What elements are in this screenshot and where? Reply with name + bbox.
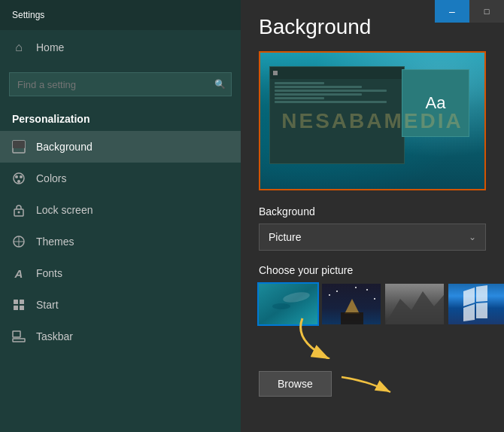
- picture-thumb-2[interactable]: [322, 284, 381, 324]
- picture-thumb-4[interactable]: [448, 284, 504, 324]
- svg-rect-29: [341, 312, 363, 324]
- aa-text: Aa: [426, 93, 446, 113]
- svg-point-21: [272, 303, 290, 309]
- browse-arrow-annotation: [338, 373, 398, 396]
- themes-icon: [12, 235, 26, 248]
- svg-point-27: [329, 294, 330, 296]
- svg-point-25: [366, 289, 368, 291]
- browse-button[interactable]: Browse: [259, 371, 332, 397]
- window-preview-lines: [270, 79, 404, 106]
- window-preview-titlebar: [270, 67, 404, 79]
- home-label: Home: [36, 41, 64, 53]
- svg-marker-34: [476, 285, 487, 302]
- background-section-label: Background: [259, 205, 486, 218]
- chevron-down-icon: ⌄: [469, 232, 476, 242]
- svg-rect-11: [20, 300, 24, 304]
- themes-label: Themes: [36, 236, 74, 248]
- svg-rect-10: [14, 300, 18, 304]
- background-label: Background: [36, 141, 93, 153]
- home-icon: ⌂: [12, 41, 26, 54]
- fonts-icon: A: [12, 266, 26, 280]
- search-input[interactable]: [9, 72, 232, 96]
- preview-container: Aa NESABAMEDIA: [259, 51, 486, 190]
- taskbar-icon: [12, 330, 26, 343]
- maximize-button[interactable]: □: [469, 0, 504, 23]
- picture-row: [259, 284, 486, 324]
- svg-rect-14: [13, 339, 25, 342]
- preview-line: [275, 82, 324, 84]
- svg-point-28: [374, 298, 375, 300]
- sidebar-item-background[interactable]: Background: [0, 131, 241, 163]
- start-label: Start: [36, 299, 59, 311]
- background-dropdown[interactable]: Picture ⌄: [259, 224, 486, 251]
- svg-point-24: [336, 291, 338, 292]
- preview-line: [275, 93, 362, 96]
- svg-rect-2: [13, 149, 25, 152]
- preview-line: [275, 90, 387, 92]
- browse-button-wrapper: Browse: [259, 371, 486, 397]
- lock-screen-label: Lock screen: [36, 204, 93, 216]
- svg-point-4: [15, 175, 18, 178]
- sidebar-item-lock-screen[interactable]: Lock screen: [0, 194, 241, 226]
- colors-icon: [12, 172, 26, 185]
- title-bar: Settings: [0, 0, 241, 30]
- sidebar: Settings ⌂ Home 🔍 Personalization Backgr…: [0, 0, 241, 432]
- svg-rect-1: [13, 141, 25, 148]
- svg-rect-15: [13, 331, 20, 337]
- colors-label: Colors: [36, 172, 66, 184]
- preview-line: [275, 86, 362, 88]
- search-box: 🔍: [9, 72, 232, 96]
- sidebar-item-fonts[interactable]: A Fonts: [0, 257, 241, 289]
- sidebar-item-home[interactable]: ⌂ Home: [0, 30, 241, 65]
- svg-point-8: [18, 211, 20, 214]
- section-label: Personalization: [0, 107, 241, 131]
- sidebar-item-taskbar[interactable]: Taskbar: [0, 321, 241, 352]
- start-icon: [12, 298, 26, 312]
- svg-rect-12: [14, 306, 18, 310]
- sidebar-item-themes[interactable]: Themes: [0, 226, 241, 257]
- window-preview: [269, 66, 405, 164]
- aa-preview-box: Aa: [402, 69, 469, 137]
- sidebar-item-start[interactable]: Start: [0, 289, 241, 321]
- picture-thumb-3[interactable]: [385, 284, 444, 324]
- main-content: – □ Background: [241, 0, 504, 432]
- minimize-button[interactable]: –: [435, 0, 469, 23]
- taskbar-label: Taskbar: [36, 330, 73, 342]
- background-icon: [12, 140, 26, 154]
- svg-point-5: [20, 175, 23, 178]
- svg-point-26: [355, 287, 357, 288]
- preview-line: [275, 97, 324, 99]
- svg-rect-13: [20, 306, 24, 310]
- choose-picture-label: Choose your picture: [259, 264, 486, 276]
- svg-marker-36: [476, 303, 487, 318]
- lock-screen-icon: [12, 203, 26, 217]
- svg-point-6: [17, 180, 20, 183]
- search-icon: 🔍: [214, 79, 226, 90]
- fonts-label: Fonts: [36, 267, 62, 279]
- svg-rect-19: [259, 284, 317, 324]
- app-title: Settings: [12, 10, 44, 20]
- sidebar-item-colors[interactable]: Colors: [0, 163, 241, 194]
- preview-background: Aa NESABAMEDIA: [260, 53, 484, 189]
- dropdown-value: Picture: [269, 231, 302, 243]
- picture-thumb-1[interactable]: [259, 284, 317, 324]
- preview-line: [275, 101, 387, 103]
